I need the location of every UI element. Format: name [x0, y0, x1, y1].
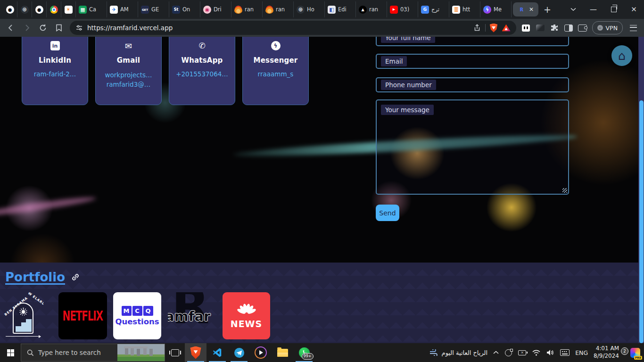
tab-flame2[interactable]: ran: [263, 1, 294, 17]
hamburger-icon: [630, 25, 637, 31]
tab-get[interactable]: GE: [138, 1, 169, 17]
tab-label: AM: [120, 6, 129, 13]
tab-translate[interactable]: ترج: [418, 1, 449, 17]
minimize-button[interactable]: —: [583, 0, 603, 19]
close-tab-icon[interactable]: ✕: [529, 6, 534, 13]
message-textarea[interactable]: Your message: [376, 99, 569, 195]
brave-shield-icon[interactable]: [490, 24, 498, 33]
pinned-tab-chrome[interactable]: [47, 1, 61, 17]
scrollbar-thumb[interactable]: [639, 100, 644, 343]
send-button[interactable]: Send: [376, 205, 399, 221]
github-icon: [6, 6, 14, 14]
reload-button[interactable]: [35, 21, 50, 35]
whatsapp-card[interactable]: ✆ WhatsApp +2015537064…: [169, 37, 235, 105]
address-bar[interactable]: https://ramfarid.vercel.app: [70, 21, 516, 35]
messenger-card[interactable]: ϟ Messenger rraaamm_s: [242, 37, 309, 105]
taskbar-app-vscode[interactable]: [206, 343, 228, 362]
vscode-icon: [212, 347, 223, 358]
restore-button[interactable]: [603, 0, 624, 19]
scroll-home-button[interactable]: ⌂: [611, 45, 632, 66]
home-icon: ⌂: [618, 49, 626, 63]
wifi-icon[interactable]: [532, 350, 540, 356]
nbc-news-label: NEWS: [231, 319, 263, 329]
battery-status-icon[interactable]: [518, 350, 526, 355]
task-view-button[interactable]: [165, 343, 185, 362]
linkedin-link[interactable]: ram-farid-2…: [34, 70, 76, 78]
tab-messenger[interactable]: Me: [480, 1, 512, 17]
project-ben-elsama[interactable]: BEN ELSAMA W ELARD: [4, 292, 43, 339]
forward-button[interactable]: [19, 21, 34, 35]
tab-flame1[interactable]: ran: [231, 1, 263, 17]
taskbar-app-whatsapp[interactable]: 99+: [293, 343, 315, 362]
tab-vercel[interactable]: ran: [356, 1, 387, 17]
url-text[interactable]: https://ramfarid.vercel.app: [87, 24, 469, 32]
menu-button[interactable]: [626, 21, 641, 35]
extensions-button[interactable]: [548, 21, 561, 34]
name-input[interactable]: Your full name: [376, 37, 569, 46]
portfolio-heading[interactable]: Portfolio: [5, 270, 65, 284]
tab-search-button[interactable]: [563, 0, 583, 19]
gmail-link[interactable]: workprojects…: [105, 71, 152, 79]
contact-section-background: in LinkidIn ram-farid-2… ✉ Gmail workpro…: [0, 37, 644, 263]
taskbar-clock[interactable]: 4:01 AM 8/9/2024: [594, 345, 619, 360]
taskbar-search[interactable]: Type here to search: [21, 344, 165, 362]
pinned-tab-github2[interactable]: [32, 1, 47, 17]
back-button[interactable]: [3, 21, 18, 35]
taskbar-app-explorer[interactable]: [272, 343, 293, 362]
wallet-button[interactable]: [576, 21, 589, 34]
tab-sheets[interactable]: Ca: [76, 1, 107, 17]
resize-grip[interactable]: [562, 188, 567, 193]
pinned-tab-github[interactable]: [3, 1, 17, 17]
email-input[interactable]: Email: [376, 54, 569, 69]
taskbar-app-telegram[interactable]: [228, 343, 250, 362]
hidden-icons-chevron[interactable]: [493, 351, 499, 354]
snip-tool-icon[interactable]: [505, 349, 512, 356]
phone-input[interactable]: Phone number: [376, 77, 569, 92]
gmail-card[interactable]: ✉ Gmail workprojects… ramfarid3@…: [95, 37, 162, 105]
taskbar-app-brave[interactable]: [185, 343, 206, 362]
extension-robot-button[interactable]: [520, 21, 533, 34]
volume-icon[interactable]: [546, 349, 554, 356]
gmail-link[interactable]: ramfarid3@…: [107, 81, 150, 88]
share-icon[interactable]: [473, 24, 481, 32]
language-indicator[interactable]: ENG: [575, 349, 588, 356]
project-logos-row: BEN ELSAMA W ELARD NETFLIX M: [4, 292, 640, 339]
search-highlight-image[interactable]: [117, 344, 165, 362]
chrome-icon: [50, 6, 58, 14]
project-mcq-questions[interactable]: M C Q Questions: [113, 292, 161, 339]
tab-stackoverflow[interactable]: htt: [449, 1, 480, 17]
page-scrollbar[interactable]: [638, 37, 644, 343]
close-window-button[interactable]: ✕: [624, 0, 644, 19]
link-icon[interactable]: [71, 272, 80, 282]
start-button[interactable]: [0, 343, 21, 362]
pinned-tab-globe[interactable]: [17, 1, 32, 17]
pinned-tab-rays[interactable]: [61, 1, 76, 17]
brave-rewards-icon[interactable]: [502, 24, 511, 32]
taskbar-app-media-player[interactable]: [250, 343, 272, 362]
touch-keyboard-icon[interactable]: [560, 349, 570, 356]
tab-stackedit[interactable]: On: [169, 1, 200, 17]
tab-editor[interactable]: Edi: [325, 1, 356, 17]
site-settings-icon[interactable]: [75, 24, 83, 32]
messenger-link[interactable]: rraaamm_s: [258, 70, 294, 78]
sidebar-button[interactable]: [562, 21, 575, 34]
tab-youtube[interactable]: 03): [387, 1, 418, 17]
vpn-button[interactable]: – VPN: [592, 21, 623, 34]
project-nbc-news[interactable]: NEWS: [223, 292, 270, 339]
extension-cat-button[interactable]: [534, 21, 547, 34]
linkedin-card[interactable]: in LinkidIn ram-farid-2…: [22, 37, 88, 105]
taskbar-weather[interactable]: الرياح العاتية اليوم: [429, 349, 488, 356]
tab-active-ramfarid[interactable]: ✕: [513, 2, 538, 16]
whatsapp-link[interactable]: +2015537064…: [176, 70, 228, 78]
tab-dribbble[interactable]: Dri: [200, 1, 231, 17]
project-netflix[interactable]: NETFLIX: [58, 292, 107, 339]
bookmarks-button[interactable]: [51, 21, 66, 35]
card-title: Messenger: [254, 56, 298, 65]
project-ramfarid[interactable]: R amfar: [168, 292, 216, 339]
portfolio-section: Portfolio BEN ELSAMA W ELARD: [0, 263, 644, 343]
tab-plane[interactable]: AM: [107, 1, 138, 17]
copilot-button[interactable]: PRE: [630, 348, 640, 358]
new-tab-button[interactable]: +: [540, 2, 555, 17]
tab-globe[interactable]: Ho: [294, 1, 325, 17]
mcq-subtitle: Questions: [115, 317, 159, 326]
